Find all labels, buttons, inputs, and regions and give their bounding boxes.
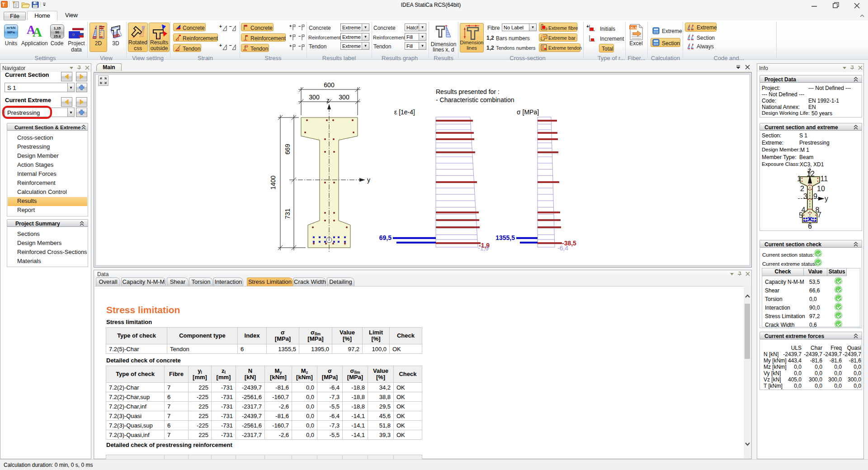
svg-text:+: +: [289, 34, 292, 38]
svg-text:y: y: [367, 176, 370, 183]
svg-text:−: −: [298, 34, 301, 38]
svg-text:5: 5: [799, 212, 803, 219]
svg-text:11: 11: [821, 175, 828, 183]
svg-text:2: 2: [800, 185, 804, 193]
svg-text:69,5: 69,5: [379, 234, 392, 241]
svg-text:ε [1e-4]: ε [1e-4]: [394, 108, 415, 116]
svg-text:1400: 1400: [269, 175, 277, 189]
svg-text:-1,9: -1,9: [478, 244, 489, 252]
svg-text:731: 731: [284, 208, 291, 219]
svg-text:9: 9: [813, 193, 817, 200]
svg-text:3: 3: [803, 193, 807, 200]
svg-text:+: +: [219, 43, 222, 48]
svg-text:+: +: [586, 24, 589, 29]
svg-text:−: −: [229, 43, 232, 48]
svg-text:+: +: [289, 24, 292, 28]
svg-text:600: 600: [324, 81, 335, 89]
svg-text:1355,5: 1355,5: [495, 234, 515, 241]
svg-text:6: 6: [808, 222, 812, 230]
svg-text:Results presented for :: Results presented for :: [436, 88, 500, 95]
svg-text:+: +: [289, 44, 292, 48]
svg-text:300: 300: [309, 94, 320, 101]
svg-text:y: y: [825, 195, 828, 202]
svg-text:669: 669: [284, 144, 291, 155]
svg-text:σ [MPa]: σ [MPa]: [517, 108, 539, 116]
svg-text:300: 300: [339, 94, 349, 101]
svg-text:−: −: [298, 24, 301, 28]
svg-text:10: 10: [817, 185, 825, 193]
svg-text:−: −: [229, 24, 232, 29]
svg-text:−: −: [298, 44, 301, 48]
svg-text:+: +: [219, 24, 222, 29]
svg-text:1: 1: [797, 175, 801, 183]
svg-text:7: 7: [817, 211, 821, 219]
svg-text:- Characteristic combination: - Characteristic combination: [436, 96, 514, 103]
svg-text:XLS: XLS: [630, 26, 637, 30]
svg-text:-6,4: -6,4: [557, 244, 568, 252]
svg-text:12: 12: [807, 170, 815, 178]
